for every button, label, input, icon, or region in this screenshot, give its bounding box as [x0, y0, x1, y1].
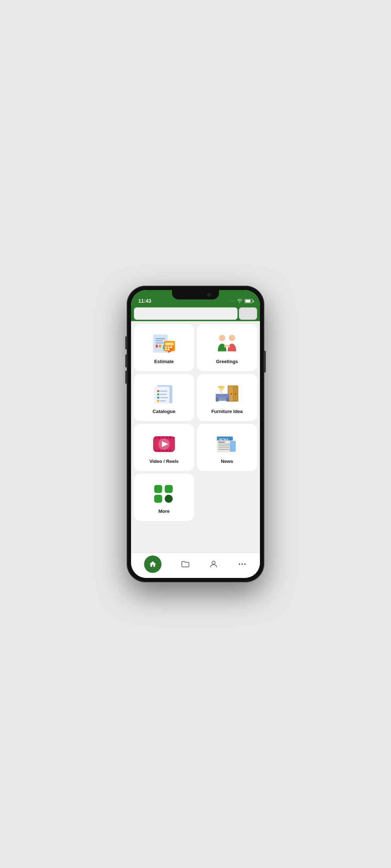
- more-dot-1: [154, 485, 162, 493]
- grid-item-estimate[interactable]: Estimate: [134, 324, 194, 371]
- more-icon: [151, 483, 177, 505]
- search-bar[interactable]: [134, 307, 237, 320]
- svg-rect-6: [159, 345, 161, 348]
- svg-rect-23: [157, 393, 159, 395]
- svg-rect-48: [155, 450, 157, 451]
- svg-rect-15: [170, 349, 172, 350]
- folder-icon: [181, 559, 190, 569]
- status-icons: ····: [230, 298, 253, 304]
- catalogue-label: Catalogue: [153, 409, 176, 414]
- video-icon: [151, 433, 177, 455]
- grid-item-catalogue[interactable]: Catalogue: [134, 374, 194, 421]
- phone-frame: 11:43 ····: [127, 286, 264, 582]
- svg-point-17: [229, 335, 235, 341]
- phone-screen: 11:43 ····: [131, 290, 260, 578]
- svg-rect-12: [170, 346, 172, 348]
- svg-rect-2: [156, 338, 165, 339]
- svg-rect-4: [156, 342, 164, 344]
- svg-rect-9: [165, 342, 174, 345]
- grid-item-furniture[interactable]: Furniture Idea: [197, 374, 257, 421]
- notch: [172, 290, 219, 299]
- svg-rect-13: [165, 349, 167, 350]
- home-button[interactable]: [144, 556, 161, 573]
- svg-rect-24: [160, 394, 167, 395]
- svg-rect-25: [157, 397, 159, 399]
- person-icon: [209, 559, 218, 569]
- furniture-label: Furniture Idea: [211, 409, 243, 414]
- svg-rect-63: [230, 441, 236, 452]
- header-tab[interactable]: [239, 307, 257, 320]
- svg-rect-37: [216, 394, 229, 397]
- svg-point-16: [219, 335, 226, 341]
- nav-profile[interactable]: [209, 559, 218, 569]
- svg-rect-11: [168, 346, 169, 348]
- svg-rect-49: [158, 450, 160, 451]
- nav-more[interactable]: [237, 559, 247, 569]
- news-label: News: [221, 459, 233, 464]
- svg-rect-45: [165, 437, 168, 439]
- signal-dots: ····: [230, 299, 235, 303]
- wifi-icon: [237, 298, 243, 304]
- greetings-label: Greetings: [216, 359, 238, 364]
- greetings-icon: [214, 333, 240, 355]
- svg-rect-43: [158, 437, 160, 439]
- nav-home[interactable]: [144, 556, 161, 573]
- svg-rect-27: [157, 400, 159, 402]
- bottom-nav: [131, 553, 260, 578]
- svg-point-67: [244, 563, 245, 565]
- svg-rect-60: [218, 446, 231, 446]
- svg-point-65: [239, 563, 240, 565]
- svg-rect-58: [218, 442, 225, 443]
- svg-rect-51: [165, 450, 168, 451]
- nav-folder[interactable]: [181, 559, 190, 569]
- svg-rect-61: [218, 447, 229, 448]
- svg-rect-28: [160, 400, 166, 401]
- svg-point-32: [231, 393, 232, 395]
- svg-rect-21: [157, 390, 159, 392]
- grid-item-more[interactable]: More: [134, 474, 194, 521]
- estimate-icon: [151, 333, 177, 355]
- grid-item-news[interactable]: NEWS News: [197, 424, 257, 471]
- furniture-icon: [214, 383, 240, 405]
- more-dot-3: [154, 495, 162, 503]
- svg-rect-26: [160, 397, 168, 398]
- ellipsis-icon: [237, 559, 247, 569]
- grid-item-greetings[interactable]: Greetings: [197, 324, 257, 371]
- svg-rect-52: [169, 450, 171, 451]
- features-grid: Estimate: [134, 324, 257, 521]
- grid-item-empty: [197, 474, 257, 521]
- svg-rect-10: [165, 346, 167, 348]
- status-time: 11:43: [138, 298, 151, 304]
- svg-rect-5: [156, 345, 158, 348]
- svg-rect-3: [156, 340, 163, 341]
- grid-item-video[interactable]: Video / Reels: [134, 424, 194, 471]
- estimate-label: Estimate: [154, 359, 174, 364]
- svg-point-66: [241, 563, 243, 565]
- svg-rect-62: [218, 449, 231, 450]
- home-icon: [149, 560, 157, 568]
- catalogue-icon: [151, 383, 177, 405]
- svg-point-64: [212, 561, 215, 564]
- svg-rect-59: [218, 444, 231, 444]
- more-dot-4: [165, 495, 173, 503]
- more-dot-2: [165, 485, 173, 493]
- svg-point-39: [218, 386, 224, 388]
- svg-rect-14: [168, 349, 169, 350]
- video-label: Video / Reels: [150, 459, 179, 464]
- svg-rect-46: [169, 437, 171, 439]
- svg-rect-47: [173, 437, 175, 439]
- more-label: More: [158, 509, 169, 514]
- svg-point-33: [235, 393, 236, 395]
- header-bar: [131, 306, 260, 321]
- front-camera: [207, 293, 211, 297]
- battery-icon: [245, 299, 253, 303]
- status-bar: 11:43 ····: [131, 290, 260, 306]
- news-icon: NEWS: [214, 433, 240, 455]
- main-content: Estimate: [131, 321, 260, 553]
- svg-rect-42: [155, 437, 157, 439]
- svg-text:NEWS: NEWS: [219, 438, 228, 441]
- svg-rect-22: [160, 391, 167, 392]
